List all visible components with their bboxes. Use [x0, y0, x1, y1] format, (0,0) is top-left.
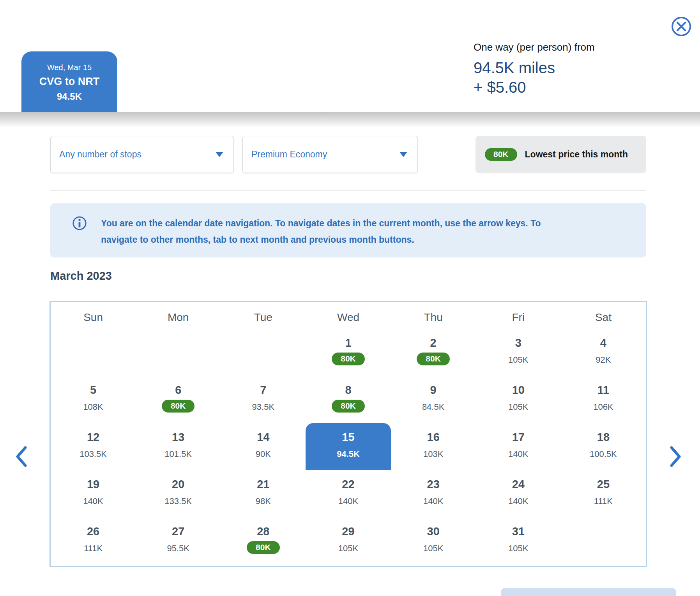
calendar-day-9[interactable]: 984.5K — [391, 376, 476, 423]
calendar-day-7[interactable]: 793.5K — [221, 376, 306, 423]
day-header-wed: Wed — [306, 306, 391, 329]
cabin-dropdown-value: Premium Economy — [251, 149, 327, 160]
calendar-day-15[interactable]: 1594.5K — [306, 423, 391, 470]
close-button[interactable] — [671, 16, 692, 37]
calendar-day-empty — [561, 517, 646, 564]
calendar-day-1[interactable]: 180K — [306, 329, 391, 376]
price-summary-prefix: One way (per person) from — [474, 41, 595, 53]
price-summary-taxes: + $5.60 — [474, 78, 595, 97]
day-number: 21 — [221, 478, 306, 491]
day-price: 103.5K — [80, 449, 107, 459]
day-price: 106K — [593, 402, 613, 412]
day-number: 10 — [476, 384, 561, 397]
day-price: 140K — [508, 449, 528, 459]
calendar-day-29[interactable]: 29105K — [306, 517, 391, 564]
chevron-down-icon — [216, 152, 223, 157]
calendar-day-25[interactable]: 25111K — [561, 470, 646, 517]
day-number: 29 — [306, 525, 391, 538]
calendar-day-22[interactable]: 22140K — [306, 470, 391, 517]
lowest-price-badge: 80K — [332, 353, 365, 365]
calendar-day-21[interactable]: 2198K — [221, 470, 306, 517]
day-price: 140K — [508, 496, 528, 506]
day-price: 84.5K — [422, 402, 445, 412]
day-header-fri: Fri — [476, 306, 561, 329]
day-price: 92K — [596, 355, 611, 365]
day-price: 111K — [594, 496, 613, 506]
next-month-button[interactable] — [665, 444, 687, 470]
price-summary-miles: 94.5K miles — [474, 58, 595, 78]
day-number: 22 — [306, 478, 391, 491]
calendar-day-14[interactable]: 1490K — [221, 423, 306, 470]
calendar-day-24[interactable]: 24140K — [476, 470, 561, 517]
calendar-day-8[interactable]: 880K — [306, 376, 391, 423]
day-number: 7 — [221, 384, 306, 397]
calendar-day-12[interactable]: 12103.5K — [51, 423, 136, 470]
trip-card-miles: 94.5K — [21, 91, 117, 102]
calendar-day-5[interactable]: 5108K — [51, 376, 136, 423]
calendar-day-11[interactable]: 11106K — [561, 376, 646, 423]
info-icon — [72, 216, 87, 232]
day-number: 27 — [136, 525, 221, 538]
calendar-day-27[interactable]: 2795.5K — [136, 517, 221, 564]
trip-card-date: Wed, Mar 15 — [21, 63, 117, 72]
calendar-day-10[interactable]: 10105K — [476, 376, 561, 423]
day-price: 111K — [84, 543, 103, 554]
day-number: 8 — [306, 384, 391, 397]
cabin-dropdown[interactable]: Premium Economy — [242, 136, 418, 173]
calendar-day-6[interactable]: 680K — [136, 376, 221, 423]
day-number: 24 — [476, 478, 561, 491]
lowest-price-legend: 80K Lowest price this month — [476, 136, 646, 173]
day-number: 20 — [136, 478, 221, 491]
calendar-day-empty — [136, 329, 221, 376]
header-shadow — [0, 112, 700, 130]
lowest-price-badge: 80K — [247, 541, 280, 554]
day-number: 6 — [136, 384, 221, 397]
day-number: 3 — [476, 337, 561, 349]
calendar-day-23[interactable]: 23140K — [391, 470, 476, 517]
day-price: 103K — [423, 449, 443, 459]
info-banner-text: You are on the calendar date navigation.… — [101, 215, 574, 248]
calendar-day-31[interactable]: 31105K — [476, 517, 561, 564]
stops-dropdown-value: Any number of stops — [59, 149, 141, 160]
day-number: 1 — [306, 337, 391, 349]
stops-dropdown[interactable]: Any number of stops — [50, 136, 234, 173]
day-number: 14 — [221, 431, 306, 444]
day-number: 9 — [391, 384, 476, 397]
calendar-day-2[interactable]: 280K — [391, 329, 476, 376]
calendar-day-18[interactable]: 18100.5K — [561, 423, 646, 470]
day-price: 98K — [256, 496, 271, 506]
day-number: 19 — [51, 478, 136, 491]
calendar-day-19[interactable]: 19140K — [51, 470, 136, 517]
day-number: 30 — [391, 525, 476, 538]
calendar-day-30[interactable]: 30105K — [391, 517, 476, 564]
day-price: 105K — [423, 543, 443, 554]
price-summary: One way (per person) from 94.5K miles + … — [474, 41, 595, 97]
close-icon — [671, 32, 692, 38]
bottom-cutoff-button[interactable] — [501, 588, 676, 596]
chevron-down-icon — [399, 152, 407, 157]
calendar-day-28[interactable]: 2880K — [221, 517, 306, 564]
chevron-right-icon — [670, 446, 682, 469]
calendar-day-4[interactable]: 492K — [561, 329, 646, 376]
day-number: 5 — [51, 384, 136, 397]
day-number: 12 — [51, 431, 136, 444]
trip-card-selected-flight[interactable]: Wed, Mar 15 CVG to NRT 94.5K — [21, 51, 117, 112]
month-title: March 2023 — [50, 270, 112, 282]
calendar-day-3[interactable]: 3105K — [476, 329, 561, 376]
calendar-day-17[interactable]: 17140K — [476, 423, 561, 470]
day-header-sat: Sat — [561, 306, 646, 329]
previous-month-button[interactable] — [10, 444, 32, 470]
day-price: 108K — [83, 402, 103, 412]
legend-label: Lowest price this month — [525, 149, 628, 160]
calendar-day-26[interactable]: 26111K — [51, 517, 136, 564]
day-number: 18 — [561, 431, 646, 444]
day-number: 23 — [391, 478, 476, 491]
calendar-day-16[interactable]: 16103K — [391, 423, 476, 470]
day-price: 100.5K — [590, 449, 617, 459]
lowest-price-badge: 80K — [417, 353, 450, 365]
calendar-day-20[interactable]: 20133.5K — [136, 470, 221, 517]
day-price: 105K — [508, 543, 528, 554]
day-number: 31 — [476, 525, 561, 538]
day-price: 105K — [338, 543, 358, 554]
calendar-day-13[interactable]: 13101.5K — [136, 423, 221, 470]
